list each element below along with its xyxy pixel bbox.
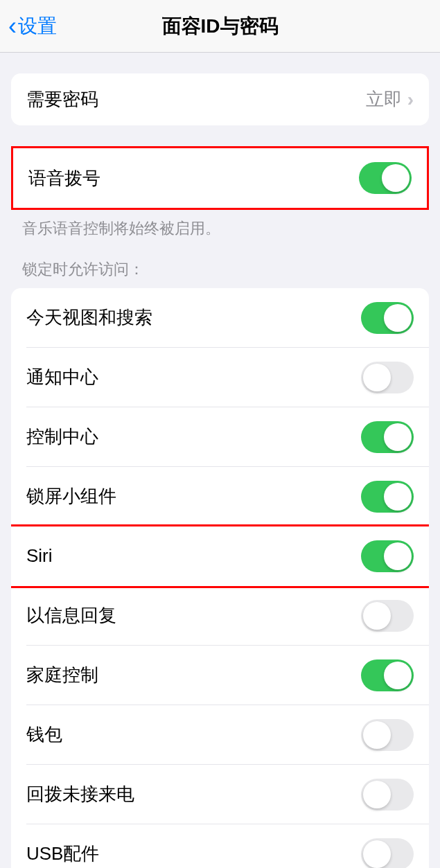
lockscreen-widgets-label: 锁屏小组件 [26, 484, 116, 508]
toggle-knob [363, 721, 391, 749]
require-passcode-value: 立即 [366, 87, 402, 112]
lock-access-header: 锁定时允许访问： [0, 240, 440, 284]
toggle-knob [384, 423, 412, 451]
voice-dial-row: 语音拨号 [13, 148, 427, 208]
passcode-group: 需要密码 立即 › [11, 73, 429, 125]
lock-access-group: 今天视图和搜索 通知中心 控制中心 锁屏小组件 Siri [11, 288, 429, 868]
wallet-row: 钱包 [11, 705, 429, 765]
page-title: 面容ID与密码 [162, 13, 279, 39]
voice-dial-toggle[interactable] [359, 162, 412, 194]
back-label: 设置 [18, 13, 57, 39]
nav-header: ‹ 设置 面容ID与密码 [0, 0, 440, 53]
home-control-label: 家庭控制 [26, 663, 98, 687]
home-control-toggle[interactable] [361, 659, 414, 691]
lockscreen-widgets-toggle[interactable] [361, 481, 414, 513]
today-view-row: 今天视图和搜索 [11, 288, 429, 348]
wallet-toggle[interactable] [361, 719, 414, 751]
callback-row: 回拨未接来电 [11, 765, 429, 824]
today-view-label: 今天视图和搜索 [26, 305, 152, 330]
require-passcode-label: 需要密码 [26, 87, 98, 112]
siri-row: Siri [11, 524, 429, 588]
toggle-knob [384, 662, 412, 689]
home-control-row: 家庭控制 [11, 646, 429, 705]
back-button[interactable]: ‹ 设置 [0, 13, 57, 39]
notification-center-row: 通知中心 [11, 348, 429, 407]
require-passcode-row[interactable]: 需要密码 立即 › [11, 73, 429, 125]
usb-accessories-toggle[interactable] [361, 838, 414, 868]
voice-dial-footer: 音乐语音控制将始终被启用。 [0, 210, 440, 240]
toggle-knob [384, 304, 412, 332]
usb-accessories-row: USB配件 [11, 824, 429, 868]
reply-message-row: 以信息回复 [11, 586, 429, 646]
control-center-row: 控制中心 [11, 407, 429, 467]
toggle-knob [363, 602, 391, 630]
voice-dial-label: 语音拨号 [28, 166, 100, 191]
control-center-toggle[interactable] [361, 421, 414, 453]
siri-label: Siri [26, 545, 53, 567]
today-view-toggle[interactable] [361, 302, 414, 334]
toggle-knob [384, 542, 412, 570]
reply-message-label: 以信息回复 [26, 603, 116, 628]
notification-center-label: 通知中心 [26, 365, 98, 389]
toggle-knob [363, 364, 391, 391]
usb-accessories-label: USB配件 [26, 842, 99, 866]
reply-message-toggle[interactable] [361, 600, 414, 632]
callback-label: 回拨未接来电 [26, 782, 134, 806]
chevron-left-icon: ‹ [8, 14, 17, 39]
callback-toggle[interactable] [361, 779, 414, 811]
toggle-knob [382, 164, 410, 192]
siri-toggle[interactable] [361, 540, 414, 572]
chevron-right-icon: › [407, 89, 414, 111]
toggle-knob [384, 483, 412, 511]
wallet-label: 钱包 [26, 723, 62, 747]
control-center-label: 控制中心 [26, 425, 98, 449]
toggle-knob [363, 840, 391, 868]
voice-dial-group: 语音拨号 [11, 146, 429, 210]
toggle-knob [363, 781, 391, 808]
lockscreen-widgets-row: 锁屏小组件 [11, 467, 429, 526]
notification-center-toggle[interactable] [361, 362, 414, 393]
